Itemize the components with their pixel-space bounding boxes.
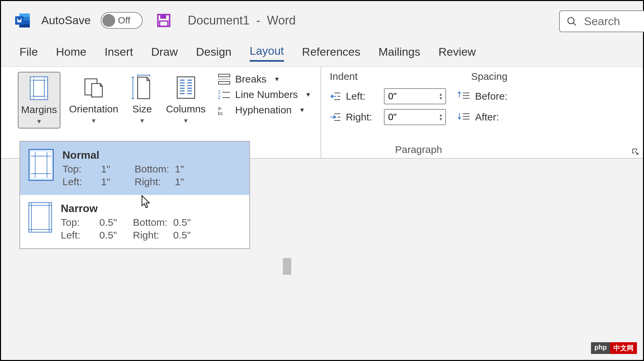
columns-label: Columns [166, 103, 205, 115]
indent-left-icon [330, 92, 341, 101]
mouse-cursor-icon [141, 195, 151, 209]
badge-left: php [591, 342, 610, 354]
word-app-icon [14, 12, 31, 29]
breaks-button[interactable]: Breaks ▼ [218, 73, 311, 85]
tab-draw[interactable]: Draw [151, 45, 178, 61]
svg-text:2: 2 [218, 95, 220, 100]
line-numbers-icon: 1 2 [218, 89, 231, 100]
chevron-down-icon: ▼ [299, 107, 305, 114]
badge-right: 中文网 [610, 342, 637, 354]
line-numbers-label: Line Numbers [235, 89, 298, 100]
top-value: 1" [101, 163, 135, 175]
tab-review[interactable]: Review [438, 45, 476, 61]
orientation-button[interactable]: Orientation ▼ [66, 72, 121, 128]
document-area[interactable] [251, 159, 643, 360]
page-edge [283, 258, 291, 275]
line-numbers-button[interactable]: 1 2 Line Numbers ▼ [218, 89, 311, 100]
watermark-badge: php 中文网 [591, 342, 637, 354]
paragraph-group-label: Paragraph [395, 144, 442, 155]
svg-text:a-: a- [218, 105, 222, 111]
hyphenation-icon: a- bc [218, 104, 231, 116]
ribbon-tabs: File Home Insert Draw Design Layout Refe… [1, 40, 643, 66]
right-label: Right: [135, 176, 175, 188]
bottom-value: 0.5" [173, 217, 200, 228]
chevron-down-icon: ▼ [91, 117, 97, 124]
spinner-arrows[interactable]: ▲▼ [439, 113, 443, 121]
left-label: Left: [62, 176, 101, 188]
size-label: Size [132, 103, 152, 115]
margins-label: Margins [21, 104, 57, 115]
tab-references[interactable]: References [302, 45, 360, 61]
margin-preset-narrow[interactable]: Narrow Top: 0.5" Bottom: 0.5" Left: 0.5"… [20, 195, 249, 248]
top-value: 0.5" [99, 217, 133, 228]
tab-layout[interactable]: Layout [250, 44, 284, 62]
svg-rect-36 [218, 74, 230, 77]
margins-button[interactable]: Margins ▼ [18, 72, 60, 128]
paragraph-group: Indent Spacing Left: 0" ▲▼ Before: [321, 67, 516, 158]
svg-text:1: 1 [218, 89, 220, 95]
search-box[interactable]: Search [559, 10, 644, 32]
bottom-label: Bottom: [133, 217, 173, 228]
hyphenation-button[interactable]: a- bc Hyphenation ▼ [218, 104, 311, 116]
columns-button[interactable]: Columns ▼ [163, 72, 208, 128]
autosave-toggle[interactable]: Off [101, 12, 143, 29]
tab-design[interactable]: Design [196, 45, 232, 61]
autosave-label: AutoSave [41, 14, 91, 27]
spacing-before-label: Before: [475, 91, 507, 102]
search-placeholder: Search [584, 15, 620, 28]
svg-rect-6 [160, 14, 166, 18]
indent-left-value: 0" [388, 91, 397, 102]
tab-insert[interactable]: Insert [105, 45, 133, 61]
margin-preset-normal[interactable]: Normal Top: 1" Bottom: 1" Left: 1" Right… [20, 142, 249, 195]
margin-normal-icon [29, 149, 54, 181]
left-value: 1" [101, 176, 135, 188]
spinner-arrows[interactable]: ▲▼ [439, 92, 443, 100]
save-icon[interactable] [157, 13, 171, 28]
hyphenation-label: Hyphenation [235, 104, 292, 116]
tab-home[interactable]: Home [56, 45, 87, 61]
toggle-knob [102, 14, 115, 27]
spacing-after-label: After: [475, 111, 499, 123]
svg-rect-23 [177, 77, 195, 98]
tab-mailings[interactable]: Mailings [379, 45, 420, 61]
search-icon [566, 16, 577, 27]
chevron-down-icon: ▼ [139, 117, 145, 124]
size-icon [132, 74, 152, 101]
indent-right-value: 0" [388, 112, 397, 122]
orientation-icon [84, 75, 104, 100]
indent-right-label: Right: [346, 111, 379, 123]
left-label: Left: [61, 229, 99, 241]
preset-name: Normal [62, 149, 241, 161]
spacing-before-icon [457, 91, 470, 102]
tab-file[interactable]: File [19, 45, 38, 61]
toggle-state-label: Off [118, 15, 130, 26]
svg-line-9 [573, 23, 576, 25]
indent-right-input[interactable]: 0" ▲▼ [384, 109, 446, 125]
orientation-label: Orientation [69, 103, 118, 115]
dialog-launcher-icon[interactable] [632, 148, 639, 155]
right-value: 1" [175, 176, 202, 188]
margin-narrow-icon [29, 202, 52, 233]
spacing-header: Spacing [471, 71, 507, 82]
document-title: Document1 - Word [188, 13, 296, 28]
top-label: Top: [62, 163, 101, 175]
chevron-down-icon: ▼ [305, 91, 311, 98]
indent-header: Indent [330, 71, 357, 82]
right-value: 0.5" [173, 229, 200, 241]
svg-rect-37 [218, 82, 230, 84]
left-value: 0.5" [99, 229, 133, 241]
svg-point-8 [568, 17, 574, 24]
spacing-after-icon [457, 112, 470, 122]
bottom-label: Bottom: [135, 163, 175, 175]
chevron-down-icon: ▼ [274, 76, 280, 83]
right-label: Right: [133, 229, 173, 241]
margins-dropdown: Normal Top: 1" Bottom: 1" Left: 1" Right… [19, 141, 250, 249]
chevron-down-icon: ▼ [183, 117, 189, 124]
size-button[interactable]: Size ▼ [127, 72, 157, 128]
top-label: Top: [61, 217, 99, 228]
svg-rect-7 [160, 21, 168, 26]
chevron-down-icon: ▼ [36, 118, 42, 125]
indent-left-input[interactable]: 0" ▲▼ [384, 88, 446, 104]
columns-icon [176, 75, 196, 100]
breaks-label: Breaks [235, 73, 266, 85]
